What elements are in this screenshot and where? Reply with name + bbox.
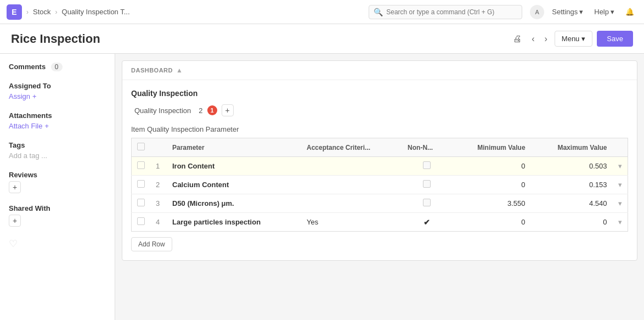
row-max-value[interactable]: 0.153 — [531, 176, 613, 194]
row-min-value[interactable]: 0 — [451, 213, 530, 232]
reviews-label: Reviews — [9, 171, 106, 179]
checkmark-icon: ✔ — [423, 218, 430, 227]
assign-button[interactable]: Assign + — [9, 92, 37, 100]
row-checkbox-cell — [132, 213, 151, 232]
row-parameter[interactable]: D50 (Microns) μm. — [167, 194, 301, 213]
attach-file-button[interactable]: Attach File + — [9, 122, 49, 130]
table-row: 2 Calcium Content 0 0.153 ▾ — [132, 176, 628, 194]
settings-chevron-icon: ▾ — [579, 8, 583, 16]
tags-label: Tags — [9, 141, 106, 149]
add-tag-input[interactable]: Add a tag ... — [9, 151, 47, 160]
sidebar-comments-section: Comments 0 — [9, 63, 106, 71]
header-actions — [613, 138, 628, 157]
table-row: 4 Large particles inspection Yes ✔ 0 0 ▾ — [132, 213, 628, 232]
row-dropdown[interactable]: ▾ — [613, 194, 628, 213]
header-num — [150, 138, 167, 157]
row-checkbox[interactable] — [137, 180, 145, 188]
row-checkbox[interactable] — [137, 161, 145, 169]
row-min-value[interactable]: 0 — [451, 157, 530, 176]
page-header-actions: 🖨 ‹ › Menu ▾ Save — [510, 31, 633, 47]
collapse-icon: ▲ — [176, 66, 183, 74]
row-acceptance[interactable] — [301, 194, 402, 213]
select-all-checkbox[interactable] — [137, 143, 145, 150]
save-button[interactable]: Save — [597, 31, 633, 47]
page: Rice Inspection 🖨 ‹ › Menu ▾ Save Commen… — [0, 24, 644, 320]
row-non-n[interactable] — [402, 194, 451, 213]
qi-count: 2 — [199, 106, 202, 115]
qi-tab[interactable]: Quality Inspection — [131, 105, 194, 116]
help-chevron-icon: ▾ — [611, 8, 614, 16]
body-area: Comments 0 Assigned To Assign + Attachme… — [0, 54, 644, 320]
assign-plus-icon: + — [32, 92, 37, 100]
comments-label: Comments — [9, 63, 46, 71]
row-parameter[interactable]: Large particles inspection — [167, 213, 301, 232]
table-header-row: Parameter Acceptance Criteri... Non-N...… — [132, 138, 628, 157]
add-review-button[interactable]: + — [9, 181, 21, 193]
row-checkbox[interactable] — [137, 199, 145, 206]
app-icon: E — [7, 4, 22, 20]
dashboard-header[interactable]: DASHBOARD ▲ — [122, 61, 637, 80]
row-dropdown[interactable]: ▾ — [613, 213, 628, 232]
row-non-n[interactable] — [402, 157, 451, 176]
menu-button[interactable]: Menu ▾ — [555, 31, 593, 47]
assign-label: Assign — [9, 92, 30, 100]
next-button[interactable]: › — [542, 31, 550, 47]
row-acceptance[interactable] — [301, 157, 402, 176]
row-num: 4 — [150, 213, 167, 232]
header-non-n: Non-N... — [402, 138, 451, 157]
empty-checkbox[interactable] — [423, 180, 431, 188]
bell-icon: 🔔 — [625, 8, 634, 16]
top-nav: E › Stock › Quality Inspection T... 🔍 A … — [0, 0, 644, 24]
row-non-n[interactable] — [402, 176, 451, 194]
search-input[interactable] — [386, 8, 517, 16]
row-checkbox[interactable] — [137, 217, 145, 225]
row-dropdown[interactable]: ▾ — [613, 157, 628, 176]
sidebar: Comments 0 Assigned To Assign + Attachme… — [0, 54, 115, 320]
row-max-value[interactable]: 0.503 — [531, 157, 613, 176]
notifications-button[interactable]: 🔔 — [622, 5, 637, 18]
menu-label: Menu — [562, 35, 580, 43]
header-parameter: Parameter — [167, 138, 301, 157]
row-min-value[interactable]: 3.550 — [451, 194, 530, 213]
nav-crumb-qi[interactable]: Quality Inspection T... — [62, 8, 130, 16]
add-row-button[interactable]: Add Row — [131, 237, 172, 251]
avatar: A — [530, 5, 544, 19]
row-non-n[interactable]: ✔ — [402, 213, 451, 232]
page-header: Rice Inspection 🖨 ‹ › Menu ▾ Save — [0, 24, 644, 54]
menu-chevron-icon: ▾ — [581, 35, 585, 43]
row-parameter[interactable]: Iron Content — [167, 157, 301, 176]
assigned-to-label: Assigned To — [9, 82, 106, 90]
comments-count: 0 — [51, 63, 63, 71]
prev-button[interactable]: ‹ — [529, 31, 537, 47]
qi-tabs: Quality Inspection 2 1 + — [131, 104, 628, 116]
settings-label: Settings — [552, 8, 578, 16]
search-bar[interactable]: 🔍 — [369, 5, 522, 19]
attach-plus-icon: + — [44, 122, 49, 130]
row-acceptance[interactable]: Yes — [301, 213, 402, 232]
settings-button[interactable]: Settings ▾ — [549, 5, 586, 18]
sidebar-tags-section: Tags Add a tag ... — [9, 141, 106, 160]
search-icon: 🔍 — [374, 8, 383, 16]
main-content: DASHBOARD ▲ Quality Inspection Quality I… — [115, 54, 644, 320]
row-min-value[interactable]: 0 — [451, 176, 530, 194]
favorite-icon[interactable]: ♡ — [9, 238, 106, 250]
row-parameter[interactable]: Calcium Content — [167, 176, 301, 194]
row-num: 3 — [150, 194, 167, 213]
empty-checkbox[interactable] — [423, 199, 431, 206]
qi-add-button[interactable]: + — [222, 104, 234, 116]
header-min-value: Minimum Value — [451, 138, 530, 157]
qi-badge: 1 — [207, 105, 217, 115]
help-button[interactable]: Help ▾ — [591, 5, 618, 18]
row-max-value[interactable]: 4.540 — [531, 194, 613, 213]
row-acceptance[interactable] — [301, 176, 402, 194]
row-dropdown[interactable]: ▾ — [613, 176, 628, 194]
param-section-title: Item Quality Inspection Parameter — [131, 125, 628, 133]
row-max-value[interactable]: 0 — [531, 213, 613, 232]
add-shared-button[interactable]: + — [9, 215, 21, 227]
nav-crumb-stock[interactable]: Stock — [33, 8, 51, 16]
attach-file-label: Attach File — [9, 122, 42, 130]
empty-checkbox[interactable] — [423, 161, 431, 169]
param-table: Parameter Acceptance Criteri... Non-N...… — [131, 138, 628, 232]
row-checkbox-cell — [132, 176, 151, 194]
print-button[interactable]: 🖨 — [510, 31, 524, 47]
